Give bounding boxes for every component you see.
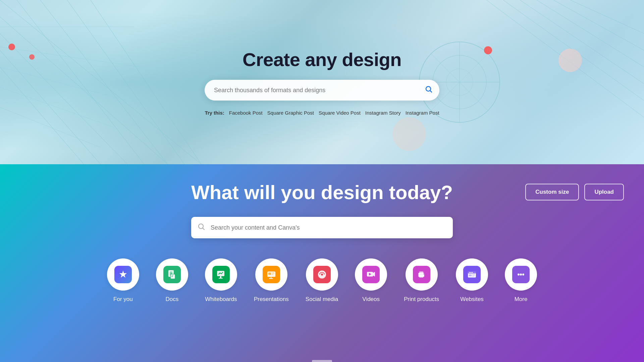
category-for-you[interactable]: For you [107, 258, 139, 303]
more-icon-circle [505, 258, 537, 291]
svg-rect-46 [219, 278, 223, 279]
category-docs[interactable]: Docs [156, 258, 188, 303]
svg-rect-51 [271, 277, 271, 278]
videos-icon [362, 266, 380, 283]
svg-rect-66 [469, 275, 472, 276]
svg-rect-49 [272, 273, 274, 274]
category-more[interactable]: More [505, 258, 537, 303]
docs-label: Docs [166, 296, 179, 303]
whiteboards-icon [212, 266, 230, 283]
svg-rect-45 [220, 276, 221, 278]
design-search-input[interactable] [191, 217, 453, 238]
category-websites[interactable]: Websites [456, 258, 488, 303]
svg-rect-38 [170, 273, 172, 274]
suggestion-instagram-post[interactable]: Instagram Post [406, 110, 439, 116]
videos-icon-circle [355, 258, 387, 291]
category-presentations[interactable]: Presentations [254, 258, 289, 303]
for-you-label: For you [113, 296, 133, 303]
social-media-icon-circle [306, 258, 338, 291]
suggestion-instagram-story[interactable]: Instagram Story [365, 110, 401, 116]
design-search-icon [197, 223, 205, 233]
design-top-row: What will you design today? Custom size … [20, 181, 624, 203]
svg-rect-40 [170, 274, 175, 279]
svg-rect-52 [269, 278, 273, 279]
svg-rect-67 [472, 275, 475, 275]
presentations-label: Presentations [254, 296, 289, 303]
category-whiteboards[interactable]: Whiteboards [205, 258, 237, 303]
whiteboards-icon-circle [205, 258, 237, 291]
try-this-label: Try this: [205, 110, 224, 116]
upload-button[interactable]: Upload [584, 184, 624, 200]
category-videos[interactable]: Videos [355, 258, 387, 303]
social-media-label: Social media [306, 296, 338, 303]
print-products-icon [413, 266, 430, 283]
svg-point-71 [522, 274, 524, 276]
presentations-icon [263, 266, 280, 283]
print-products-label: Print products [404, 296, 439, 303]
svg-point-60 [423, 274, 424, 275]
category-social-media[interactable]: Social media [306, 258, 338, 303]
design-search-wrapper [191, 217, 453, 238]
category-grid: For you Docs [107, 258, 537, 303]
svg-point-65 [472, 272, 473, 273]
design-title: What will you design today? [191, 181, 453, 203]
svg-rect-68 [472, 276, 474, 277]
websites-icon-circle [456, 258, 488, 291]
hero-suggestions: Try this: Facebook Post Square Graphic P… [205, 110, 439, 116]
svg-point-64 [471, 272, 472, 273]
hero-search-wrapper [205, 80, 439, 101]
design-actions: Custom size Upload [525, 184, 624, 200]
hero-content: Create any design Try this: Facebook Pos… [205, 49, 439, 116]
design-section: What will you design today? Custom size … [0, 164, 644, 362]
svg-point-54 [321, 274, 323, 276]
svg-line-33 [430, 91, 432, 93]
hero-title: Create any design [243, 49, 401, 70]
presentations-icon-circle [255, 258, 287, 291]
custom-size-button[interactable]: Custom size [525, 184, 579, 200]
svg-rect-59 [419, 275, 423, 278]
for-you-icon-circle [107, 258, 139, 291]
svg-point-63 [469, 272, 470, 273]
hero-section: Create any design Try this: Facebook Pos… [0, 0, 644, 164]
for-you-icon [114, 266, 132, 283]
hero-search-input[interactable] [205, 80, 439, 101]
svg-point-70 [520, 274, 522, 276]
suggestion-facebook-post[interactable]: Facebook Post [229, 110, 263, 116]
more-icon [512, 266, 530, 283]
svg-rect-58 [419, 272, 423, 274]
svg-point-69 [518, 274, 520, 276]
videos-label: Videos [362, 296, 380, 303]
svg-rect-41 [171, 276, 173, 276]
svg-rect-42 [171, 277, 173, 277]
bottom-indicator [312, 360, 332, 362]
social-media-icon [313, 266, 331, 283]
more-label: More [515, 296, 528, 303]
search-icon[interactable] [425, 85, 433, 95]
whiteboards-label: Whiteboards [205, 296, 237, 303]
docs-icon-circle [156, 258, 188, 291]
docs-icon [163, 266, 181, 283]
svg-rect-48 [268, 273, 271, 275]
websites-icon [463, 266, 481, 283]
svg-rect-37 [170, 272, 172, 273]
suggestion-square-graphic-post[interactable]: Square Graphic Post [267, 110, 314, 116]
svg-line-35 [203, 228, 205, 230]
suggestion-square-video-post[interactable]: Square Video Post [319, 110, 361, 116]
websites-label: Websites [460, 296, 484, 303]
category-print-products[interactable]: Print products [404, 258, 439, 303]
print-products-icon-circle [406, 258, 438, 291]
svg-rect-50 [272, 274, 273, 275]
